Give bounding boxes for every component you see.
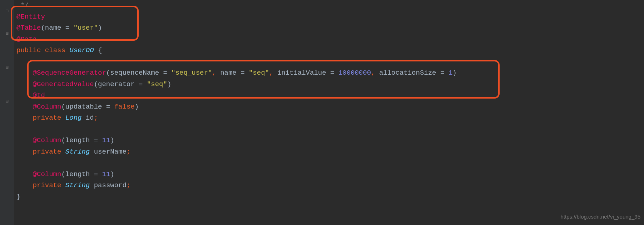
annotation-token: @Column: [33, 135, 61, 146]
keyword-token: private: [33, 180, 61, 191]
paren-token: ): [110, 169, 114, 180]
paren-token: ): [167, 79, 171, 90]
code-line: @Column(updatable = false): [16, 101, 644, 113]
param-token: initialValue: [277, 68, 326, 79]
code-line: private String userName;: [16, 146, 644, 158]
identifier-token: userName: [94, 146, 127, 158]
comma-token: ,: [212, 68, 216, 79]
keyword-token: false: [114, 101, 135, 113]
code-line: @Column(length = 11): [16, 135, 644, 146]
type-token: Long: [65, 112, 82, 124]
paren-token: (: [61, 169, 65, 180]
fold-icon[interactable]: ⊟: [5, 9, 10, 14]
code-line: public class UserDO {: [16, 45, 644, 56]
fold-icon[interactable]: ⊟: [5, 65, 10, 70]
param-token: updatable: [65, 101, 102, 113]
comma-token: ,: [371, 68, 375, 79]
param-token: sequenceName: [110, 68, 159, 79]
type-token: String: [65, 146, 90, 158]
paren-token: ): [452, 68, 456, 79]
annotation-token: @Column: [33, 169, 61, 180]
comment-token: */: [16, 0, 29, 11]
paren-token: (: [61, 101, 65, 113]
code-editor[interactable]: */ @Entity @Table(name = "user") @Data p…: [14, 0, 644, 202]
param-token: length: [65, 135, 90, 146]
param-token: name: [220, 68, 237, 79]
keyword-token: private: [33, 146, 61, 158]
code-line: @GeneratedValue(generator = "seq"): [16, 79, 644, 90]
code-line: }: [16, 191, 644, 203]
number-token: 1: [449, 68, 452, 79]
annotation-token: @Id: [33, 90, 45, 101]
equals-token: =: [159, 68, 171, 79]
number-token: 10000000: [338, 68, 371, 79]
annotation-token: @Data: [16, 34, 37, 45]
classname-token: UserDO: [69, 45, 94, 56]
equals-token: =: [90, 135, 102, 146]
code-line: private String password;: [16, 180, 644, 191]
annotation-token: @SequenceGenerator: [33, 68, 106, 79]
code-line: */: [16, 0, 644, 11]
code-line: @Column(length = 11): [16, 169, 644, 180]
code-line: [16, 56, 644, 68]
identifier-token: password: [94, 180, 127, 191]
semicolon-token: ;: [94, 112, 98, 124]
keyword-token: class: [45, 45, 65, 56]
paren-token: (: [106, 68, 110, 79]
param-token: allocationSize: [379, 68, 436, 79]
equals-token: =: [90, 169, 102, 180]
annotation-token: @Entity: [16, 11, 45, 23]
code-line: @Entity: [16, 11, 644, 23]
string-token: "seq_user": [171, 68, 212, 79]
string-token: "user": [74, 22, 98, 34]
identifier-token: id: [86, 112, 94, 124]
brace-token: }: [16, 191, 20, 203]
annotation-token: @Table: [16, 22, 41, 34]
code-line: @Table(name = "user"): [16, 22, 644, 34]
code-line: [16, 158, 644, 169]
editor-gutter: ⊟ ⊟ ⊟ ⊟: [0, 0, 14, 225]
fold-icon[interactable]: ⊟: [5, 99, 10, 104]
param-token: length: [65, 169, 90, 180]
equals-token: =: [237, 68, 249, 79]
semicolon-token: ;: [127, 180, 130, 191]
string-token: "seq": [249, 68, 269, 79]
number-token: 11: [102, 135, 110, 146]
number-token: 11: [102, 169, 110, 180]
paren-token: ): [98, 22, 102, 34]
comma-token: ,: [269, 68, 273, 79]
brace-token: {: [98, 45, 102, 56]
code-line: @SequenceGenerator(sequenceName = "seq_u…: [16, 68, 644, 79]
paren-token: ): [135, 101, 139, 113]
param-token: name: [45, 22, 61, 34]
annotation-token: @GeneratedValue: [33, 79, 94, 90]
code-line: @Data: [16, 34, 644, 45]
semicolon-token: ;: [127, 146, 130, 158]
paren-token: ): [110, 135, 114, 146]
code-line: @Id: [16, 90, 644, 101]
fold-icon[interactable]: ⊟: [5, 31, 10, 36]
equals-token: =: [436, 68, 449, 79]
watermark-text: https://blog.csdn.net/vi_young_95: [561, 211, 641, 222]
annotation-token: @Column: [33, 101, 61, 113]
equals-token: =: [61, 22, 73, 34]
paren-token: (: [94, 79, 98, 90]
param-token: generator: [98, 79, 135, 90]
code-line: private Long id;: [16, 112, 644, 124]
type-token: String: [65, 180, 90, 191]
equals-token: =: [326, 68, 338, 79]
paren-token: (: [41, 22, 45, 34]
code-line: [16, 124, 644, 135]
paren-token: (: [61, 135, 65, 146]
equals-token: =: [135, 79, 147, 90]
equals-token: =: [102, 101, 114, 113]
keyword-token: public: [16, 45, 41, 56]
string-token: "seq": [147, 79, 167, 90]
keyword-token: private: [33, 112, 61, 124]
